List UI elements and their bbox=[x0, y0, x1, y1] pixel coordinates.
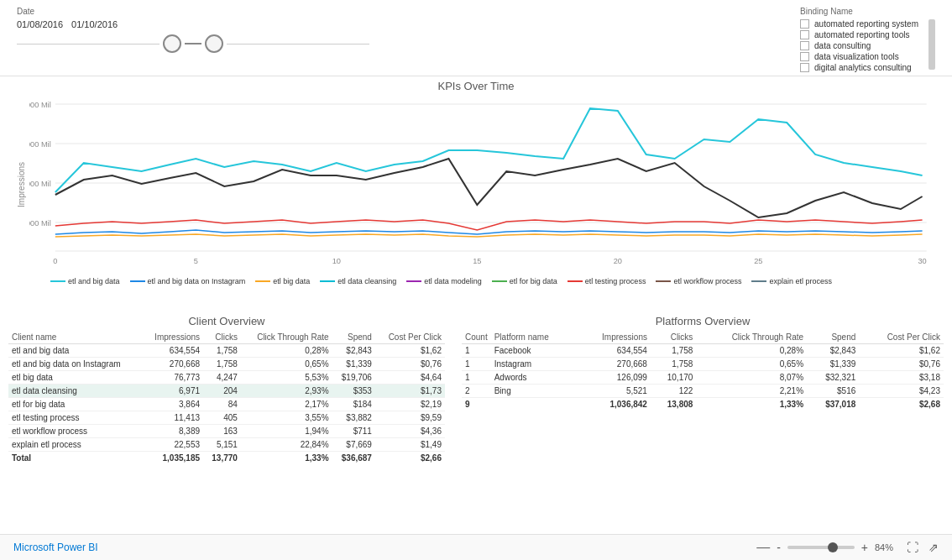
binding-item[interactable]: data consulting bbox=[800, 41, 918, 50]
platform-impressions: 270,668 bbox=[578, 358, 651, 371]
platform-total-ctr: 1,33% bbox=[696, 398, 807, 411]
slider-handle-right[interactable] bbox=[205, 34, 223, 53]
table-row: 1 Adwords 126,099 10,170 8,07% $32,321 $… bbox=[462, 371, 944, 385]
platform-cpc: $3,18 bbox=[859, 371, 944, 385]
binding-checkbox[interactable] bbox=[800, 63, 809, 72]
slider-handle-left[interactable] bbox=[163, 34, 181, 53]
binding-name-label: Binding Name bbox=[800, 7, 935, 16]
ctr: 22,84% bbox=[241, 438, 332, 452]
col-p-impressions: Impressions bbox=[578, 331, 651, 344]
platform-clicks: 122 bbox=[651, 385, 696, 398]
legend-label: etl big data bbox=[273, 277, 310, 285]
binding-item-label: automated reporting tools bbox=[814, 30, 909, 39]
platform-cpc: $0,76 bbox=[859, 358, 944, 371]
legend-item: etl for big data bbox=[492, 277, 557, 285]
col-p-clicks: Clicks bbox=[651, 331, 696, 344]
clicks: 405 bbox=[203, 411, 241, 425]
total-label: Total bbox=[8, 452, 143, 465]
col-count: Count bbox=[462, 331, 491, 344]
total-ctr: 1,33% bbox=[241, 452, 332, 465]
platform-spend: $516 bbox=[807, 385, 859, 398]
total-clicks: 13,770 bbox=[203, 452, 241, 465]
zoom-controls: — - + 84% ⛶ ⇗ bbox=[756, 540, 939, 555]
platform-ctr: 0,28% bbox=[696, 344, 807, 358]
platform-ctr: 8,07% bbox=[696, 371, 807, 385]
platform-ctr: 2,21% bbox=[696, 385, 807, 398]
binding-scrollbar[interactable] bbox=[928, 19, 935, 70]
kpi-chart-section: KPIs Over Time Impressions 30,000 Mil 20… bbox=[0, 76, 952, 311]
binding-checkbox[interactable] bbox=[800, 30, 809, 39]
cpc: $1,62 bbox=[375, 344, 445, 358]
legend-label: etl data modeling bbox=[424, 277, 482, 285]
date-slider[interactable] bbox=[17, 34, 369, 53]
table-row: etl and big data on Instagram 270,668 1,… bbox=[8, 358, 445, 371]
impressions: 76,773 bbox=[143, 371, 203, 385]
clicks: 5,151 bbox=[203, 438, 241, 452]
spend: $3,882 bbox=[332, 411, 375, 425]
legend-label: explain etl process bbox=[769, 277, 832, 285]
platform-impressions: 634,554 bbox=[578, 344, 651, 358]
binding-checkbox[interactable] bbox=[800, 41, 809, 50]
platforms-overview-title: Platforms Overview bbox=[462, 315, 944, 327]
zoom-level: 84% bbox=[875, 542, 900, 552]
bottom-bar: Microsoft Power BI — - + 84% ⛶ ⇗ bbox=[0, 534, 952, 560]
binding-name-filter: Binding Name automated reporting systema… bbox=[800, 7, 935, 72]
legend-label: etl for big data bbox=[510, 277, 557, 285]
platform-spend: $1,339 bbox=[807, 358, 859, 371]
legend-item: etl and big data bbox=[50, 277, 120, 285]
fullscreen-icon[interactable]: ⛶ bbox=[907, 541, 918, 554]
zoom-handle[interactable] bbox=[828, 542, 838, 552]
svg-text:15: 15 bbox=[473, 257, 481, 265]
legend-item: etl data cleansing bbox=[320, 277, 396, 285]
date-start: 01/08/2016 bbox=[17, 19, 63, 29]
svg-text:30,000 Mil: 30,000 Mil bbox=[29, 101, 51, 109]
binding-item-label: automated reporting system bbox=[814, 19, 918, 29]
binding-item-label: data visualization tools bbox=[814, 52, 899, 61]
binding-item[interactable]: digital analytics consulting bbox=[800, 63, 918, 72]
power-bi-link[interactable]: Microsoft Power BI bbox=[13, 542, 98, 553]
col-p-spend: Spend bbox=[807, 331, 859, 344]
table-row: 2 Bing 5,521 122 2,21% $516 $4,23 bbox=[462, 385, 944, 398]
platform-spend: $32,321 bbox=[807, 371, 859, 385]
client-overview-table: Client name Impressions Clicks Click Thr… bbox=[8, 331, 445, 464]
svg-text:20: 20 bbox=[614, 257, 622, 265]
cpc: $2,19 bbox=[375, 398, 445, 411]
binding-item[interactable]: data visualization tools bbox=[800, 52, 918, 61]
legend-item: etl data modeling bbox=[406, 277, 482, 285]
table-row: etl big data 76,773 4,247 5,53% $19,706 … bbox=[8, 371, 445, 385]
platforms-overview-table: Count Platform name Impressions Clicks C… bbox=[462, 331, 944, 411]
binding-checkbox[interactable] bbox=[800, 19, 809, 29]
impressions: 8,389 bbox=[143, 425, 203, 438]
client-name: etl data cleansing bbox=[8, 385, 143, 398]
impressions: 11,413 bbox=[143, 411, 203, 425]
chart-svg: 30,000 Mil 20,000 Mil 10,000 Mil 0,000 M… bbox=[29, 96, 935, 274]
cpc: $1,49 bbox=[375, 438, 445, 452]
y-axis-label: Impressions bbox=[17, 162, 26, 207]
platform-cpc: $1,62 bbox=[859, 344, 944, 358]
legend-label: etl testing process bbox=[585, 277, 646, 285]
binding-item[interactable]: automated reporting tools bbox=[800, 30, 918, 39]
col-clicks: Clicks bbox=[203, 331, 241, 344]
client-name: etl big data bbox=[8, 371, 143, 385]
zoom-slider[interactable] bbox=[787, 546, 855, 549]
cpc: $0,76 bbox=[375, 358, 445, 371]
expand-icon[interactable]: ⇗ bbox=[928, 541, 939, 554]
platform-cpc: $4,23 bbox=[859, 385, 944, 398]
platform-total-spend: $37,018 bbox=[807, 398, 859, 411]
platform-count: 1 bbox=[462, 371, 491, 385]
binding-checkbox[interactable] bbox=[800, 52, 809, 61]
zoom-plus-btn[interactable]: + bbox=[861, 541, 868, 554]
svg-text:0: 0 bbox=[53, 257, 57, 265]
ctr: 0,65% bbox=[241, 358, 332, 371]
impressions: 6,971 bbox=[143, 385, 203, 398]
col-cpc: Cost Per Click bbox=[375, 331, 445, 344]
col-client-name: Client name bbox=[8, 331, 143, 344]
clicks: 1,758 bbox=[203, 358, 241, 371]
col-impressions: Impressions bbox=[143, 331, 203, 344]
impressions: 22,553 bbox=[143, 438, 203, 452]
binding-item[interactable]: automated reporting system bbox=[800, 19, 918, 29]
svg-text:30: 30 bbox=[918, 257, 926, 265]
zoom-minus-btn[interactable]: - bbox=[777, 541, 781, 554]
table-row: 1 Instagram 270,668 1,758 0,65% $1,339 $… bbox=[462, 358, 944, 371]
client-name: etl for big data bbox=[8, 398, 143, 411]
